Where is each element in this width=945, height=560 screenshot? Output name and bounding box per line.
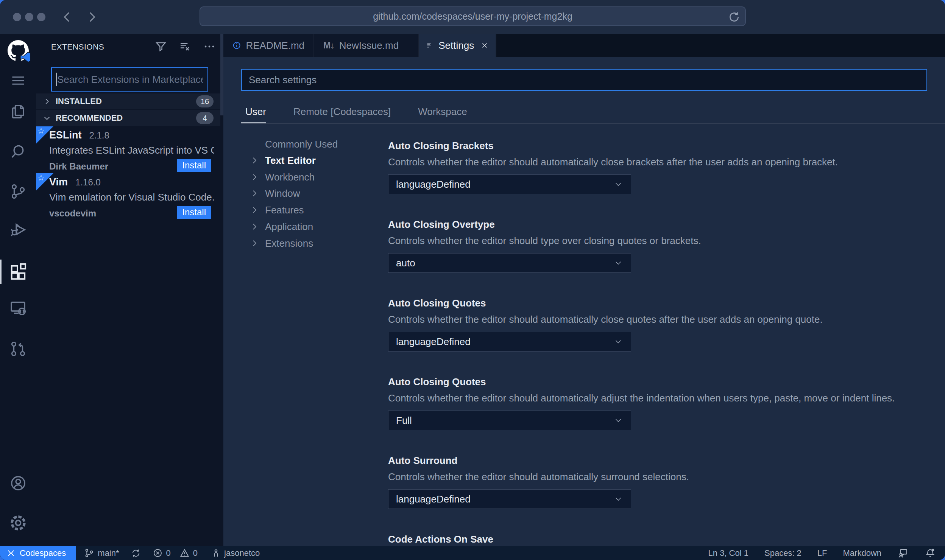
settings-search-input[interactable] (249, 74, 920, 86)
toc-item-commonly-used[interactable]: Commonly Used (245, 137, 370, 151)
setting-auto-surround: Auto Surround Controls whether the edito… (388, 455, 933, 467)
language-mode[interactable]: Markdown (843, 548, 881, 558)
extension-name: ESLint (49, 129, 82, 141)
branch-name: main* (98, 548, 119, 558)
window-controls[interactable] (13, 13, 45, 21)
settings-search-box[interactable] (241, 69, 927, 91)
filter-extensions-button[interactable] (154, 39, 168, 54)
pull-request-icon (9, 340, 27, 358)
menu-button[interactable] (0, 65, 36, 96)
window-minimize-button[interactable] (25, 13, 33, 21)
status-bar: Codespaces main* 0 0 jasonetco Ln 3, Col… (0, 546, 945, 560)
sidebar-item-extensions[interactable] (0, 257, 36, 287)
extension-item-vim[interactable]: ☆ Vim 1.16.0 Vim emulation for Visual St… (36, 173, 220, 220)
feedback-button[interactable] (897, 548, 909, 559)
manage-settings-button[interactable] (0, 508, 36, 538)
extensions-icon (9, 263, 27, 280)
setting-title: Auto Surround (388, 455, 933, 467)
tab-bar: README.md M↓ NewIssue.md Settings (223, 34, 945, 57)
scope-tab-workspace[interactable]: Workspace (418, 106, 467, 118)
feedback-icon (897, 548, 909, 559)
more-actions-button[interactable] (202, 39, 217, 54)
settings-editor: User Remote [Codespaces] Workspace Commo… (223, 57, 945, 546)
extension-version: 1.16.0 (75, 177, 101, 188)
window-close-button[interactable] (13, 13, 21, 21)
markdown-icon: M↓ (323, 40, 334, 51)
setting-title: Auto Closing Quotes (388, 376, 933, 388)
github-codespaces-logo[interactable] (0, 36, 36, 66)
indentation-indicator[interactable]: Spaces: 2 (764, 548, 802, 558)
reload-button[interactable] (728, 11, 741, 23)
section-installed[interactable]: INSTALLED 16 (36, 93, 220, 109)
setting-value: languageDefined (396, 336, 471, 348)
toc-item-workbench[interactable]: Workbench (245, 170, 370, 184)
clear-extension-search-button[interactable] (178, 39, 192, 54)
sidebar-item-github-pull-requests[interactable] (0, 334, 36, 364)
tab-label: README.md (246, 40, 304, 51)
eol-indicator[interactable]: LF (817, 548, 827, 558)
tab-newissue[interactable]: M↓ NewIssue.md (314, 34, 419, 57)
activity-bar (0, 34, 36, 546)
toc-item-application[interactable]: Application (245, 219, 370, 234)
scope-tab-user[interactable]: User (245, 106, 266, 118)
scope-tab-remote[interactable]: Remote [Codespaces] (293, 106, 391, 118)
sidebar-item-run-debug[interactable] (0, 215, 36, 245)
sync-button[interactable] (131, 548, 141, 558)
setting-value-select[interactable]: Full (388, 411, 631, 430)
setting-value-select[interactable]: languageDefined (388, 174, 631, 194)
chevron-right-icon (250, 189, 259, 198)
setting-description: Controls whether the editor should autom… (388, 471, 689, 483)
problems-indicator[interactable]: 0 0 (153, 548, 198, 558)
toc-item-text-editor[interactable]: Text Editor (245, 153, 370, 168)
forward-button[interactable] (84, 9, 99, 25)
extension-search-input[interactable] (57, 74, 203, 86)
error-count: 0 (166, 548, 171, 558)
setting-value: Full (396, 415, 412, 426)
toc-label: Commonly Used (265, 138, 338, 150)
setting-title: Auto Closing Brackets (388, 140, 933, 152)
setting-value-select[interactable]: languageDefined (388, 332, 631, 352)
extension-author: Dirk Baeumer (49, 161, 108, 172)
setting-value-select[interactable]: auto (388, 253, 631, 273)
install-button[interactable]: Install (177, 206, 211, 219)
sidebar-scrollbar[interactable] (220, 34, 223, 115)
sidebar-item-explorer[interactable] (0, 96, 36, 127)
editor-area: README.md M↓ NewIssue.md Settings (223, 34, 945, 546)
extension-search-box[interactable] (51, 67, 208, 92)
setting-value-select[interactable]: languageDefined (388, 489, 631, 509)
run-and-debug-icon (9, 221, 27, 239)
section-recommended[interactable]: RECOMMENDED 4 (36, 110, 220, 126)
extension-description: Integrates ESLint JavaScript into VS C..… (49, 145, 214, 156)
address-bar[interactable]: github.com/codespaces/user-my-project-mg… (200, 6, 746, 26)
notifications-button[interactable] (925, 548, 936, 559)
toc-item-extensions[interactable]: Extensions (245, 236, 370, 250)
account-button[interactable] (0, 468, 36, 498)
info-icon (232, 40, 241, 51)
search-icon (9, 143, 27, 160)
back-button[interactable] (60, 9, 75, 25)
chevron-right-icon (250, 156, 259, 165)
window-zoom-button[interactable] (37, 13, 45, 21)
sidebar-title: EXTENSIONS (51, 42, 104, 51)
toc-item-window[interactable]: Window (245, 186, 370, 201)
setting-auto-closing-overtype: Auto Closing Overtype Controls whether t… (388, 219, 933, 230)
setting-title: Auto Closing Quotes (388, 297, 933, 309)
close-icon[interactable] (480, 40, 489, 50)
tab-readme[interactable]: README.md (223, 34, 314, 57)
sidebar-item-remote-explorer[interactable] (0, 293, 36, 324)
user-indicator[interactable]: jasonetco (211, 548, 260, 558)
extension-item-eslint[interactable]: ☆ ESLint 2.1.8 Integrates ESLint JavaScr… (36, 126, 220, 173)
branch-indicator[interactable]: main* (84, 548, 119, 558)
tab-settings[interactable]: Settings (419, 34, 496, 57)
codespaces-remote-button[interactable]: Codespaces (0, 546, 76, 560)
sidebar-item-search[interactable] (0, 137, 36, 167)
chevron-down-icon (613, 415, 623, 425)
sidebar-item-source-control[interactable] (0, 176, 36, 207)
toc-label: Window (265, 188, 300, 199)
extension-author: vscodevim (49, 208, 96, 219)
recommended-count-badge: 4 (196, 112, 214, 124)
toc-item-features[interactable]: Features (245, 203, 370, 217)
remote-explorer-icon (9, 299, 27, 317)
install-button[interactable]: Install (177, 159, 211, 172)
cursor-position[interactable]: Ln 3, Col 1 (708, 548, 749, 558)
